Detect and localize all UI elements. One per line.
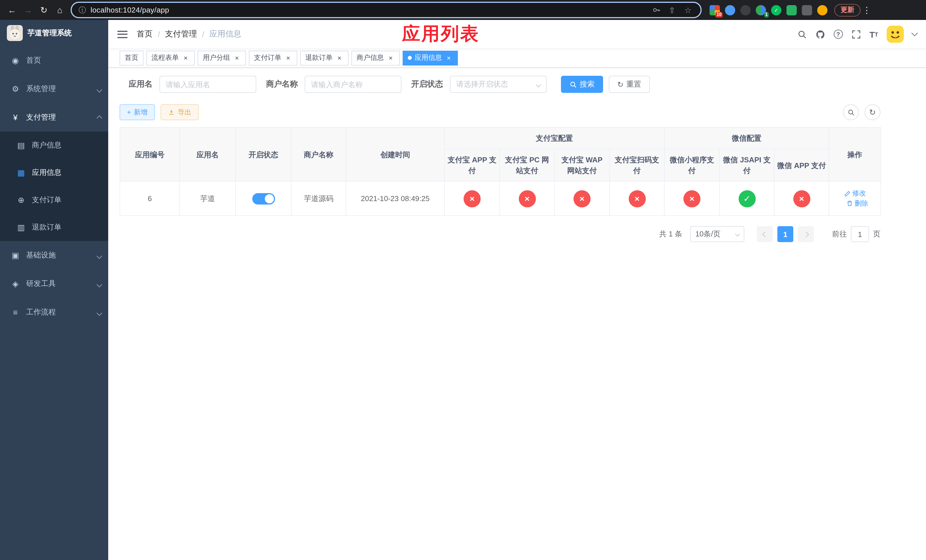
app-name-label: 应用名	[129, 79, 153, 89]
cell-app-name: 芋道	[180, 182, 236, 216]
sidebar-item-refund-order[interactable]: ▥ 退款订单	[0, 213, 108, 241]
extension-check-icon[interactable]: ✓	[771, 5, 781, 15]
extension-dark-icon[interactable]	[740, 5, 750, 15]
breadcrumb: 首页 / 支付管理 / 应用信息	[137, 29, 242, 39]
col-alipay-app: 支付宝 APP 支付	[445, 149, 500, 182]
close-icon[interactable]: ×	[387, 54, 395, 62]
sidebar-item-app-info[interactable]: ▦ 应用信息	[0, 159, 108, 186]
close-icon[interactable]: ×	[182, 54, 190, 62]
table-row: 6 芋道 芋道源码 2021-10-23 08:49:25 × × × × × …	[120, 182, 881, 216]
prev-page-button[interactable]	[757, 226, 773, 242]
close-icon[interactable]: ×	[336, 54, 343, 62]
back-icon[interactable]: ←	[5, 3, 20, 17]
pay-order-icon: ⊕	[16, 195, 26, 204]
top-navbar: 首页 / 支付管理 / 应用信息 应用列表 ?	[108, 20, 926, 48]
sidebar-item-workflow[interactable]: ≡ 工作流程	[0, 298, 108, 327]
toggle-search-icon[interactable]	[843, 104, 859, 120]
bookmark-star-icon[interactable]: ☆	[682, 5, 694, 15]
tools-icon: ◈	[10, 279, 21, 288]
chevron-down-icon	[536, 82, 541, 87]
avatar[interactable]	[887, 26, 904, 43]
sidebar-item-home[interactable]: ◉ 首页	[0, 46, 108, 75]
tab-refund-order[interactable]: 退款订单×	[300, 50, 348, 65]
page-size-select[interactable]: 10条/页	[690, 226, 744, 242]
chevron-down-icon	[97, 85, 101, 93]
site-info-icon[interactable]: ⓘ	[79, 5, 86, 15]
chevron-down-icon	[735, 232, 740, 237]
avatar-caret-icon[interactable]	[911, 30, 918, 36]
status-toggle[interactable]	[252, 193, 275, 204]
tab-process-form[interactable]: 流程表单×	[146, 50, 195, 65]
status-select[interactable]: 请选择开启状态	[450, 76, 547, 93]
reset-button[interactable]: ↻ 重置	[609, 76, 650, 93]
page-content: 应用名 商户名称 开启状态 请选择开启状态 搜索	[120, 76, 881, 242]
search-button[interactable]: 搜索	[561, 76, 603, 93]
reload-icon[interactable]: ↻	[36, 3, 51, 17]
yen-icon: ¥	[10, 113, 21, 122]
goto-page-input[interactable]	[851, 226, 869, 242]
pagination: 共 1 条 10条/页 1 前往 页	[120, 226, 881, 242]
add-button[interactable]: + 新增	[120, 104, 155, 120]
help-icon[interactable]: ?	[834, 30, 843, 39]
app-table: 应用编号 应用名 开启状态 商户名称 创建时间 支付宝配置 微信配置 操作 支付…	[120, 127, 881, 216]
next-page-button[interactable]	[798, 226, 814, 242]
extension-chat-icon[interactable]	[787, 5, 797, 15]
chevron-down-icon	[97, 251, 101, 259]
alipay-app-disabled-icon: ×	[464, 190, 481, 207]
hamburger-icon[interactable]	[117, 30, 127, 38]
breadcrumb-section[interactable]: 支付管理	[165, 29, 197, 39]
app-name-input[interactable]	[159, 76, 256, 93]
sidebar-item-label: 工作流程	[26, 307, 56, 317]
edit-link[interactable]: 修改	[844, 189, 866, 198]
sidebar-item-label: 应用信息	[32, 168, 62, 178]
sidebar-item-merchant-info[interactable]: ▤ 商户信息	[0, 132, 108, 159]
home-icon[interactable]: ⌂	[52, 3, 67, 17]
plus-icon: +	[127, 108, 131, 116]
page-title: 应用列表	[402, 22, 480, 47]
refresh-table-icon[interactable]: ↻	[864, 104, 881, 120]
password-key-icon[interactable]	[651, 6, 662, 14]
filter-form: 应用名 商户名称 开启状态 请选择开启状态 搜索	[120, 76, 881, 93]
tab-pay-order[interactable]: 支付订单×	[249, 50, 297, 65]
workflow-icon: ≡	[10, 308, 21, 317]
close-icon[interactable]: ×	[445, 54, 453, 62]
chrome-menu-icon[interactable]: ⋮	[862, 5, 872, 15]
merchant-name-input[interactable]	[305, 76, 401, 93]
sidebar-item-dev-tools[interactable]: ◈ 研发工具	[0, 269, 108, 298]
sidebar-item-pay-order[interactable]: ⊕ 支付订单	[0, 186, 108, 213]
col-status: 开启状态	[236, 127, 291, 182]
sidebar-item-system[interactable]: ⚙ 系统管理	[0, 75, 108, 103]
extension-drop-icon[interactable]	[725, 5, 735, 15]
delete-link[interactable]: 删除	[846, 198, 868, 208]
close-icon[interactable]: ×	[233, 54, 241, 62]
sidebar-item-infrastructure[interactable]: ▣ 基础设施	[0, 241, 108, 269]
sidebar-item-payment[interactable]: ¥ 支付管理	[0, 103, 108, 132]
tab-app-info[interactable]: 应用信息×	[402, 50, 458, 65]
tab-user-group[interactable]: 用户分组×	[198, 50, 246, 65]
cell-merchant-name: 芋道源码	[291, 182, 346, 216]
close-icon[interactable]: ×	[284, 54, 292, 62]
extension-profile-icon[interactable]: 1	[756, 5, 766, 15]
col-group-alipay: 支付宝配置	[445, 127, 664, 149]
forward-icon[interactable]: →	[21, 3, 35, 17]
chrome-update-button[interactable]: 更新	[834, 4, 861, 16]
share-icon[interactable]: ⇧	[666, 5, 678, 15]
col-group-wechat: 微信配置	[664, 127, 829, 149]
current-page-button[interactable]: 1	[777, 226, 793, 242]
sidebar-menu: ◉ 首页 ⚙ 系统管理 ¥ 支付管理 ▤ 商户信息	[0, 46, 108, 327]
search-icon[interactable]	[797, 29, 807, 39]
alipay-qr-disabled-icon: ×	[628, 190, 646, 207]
breadcrumb-home[interactable]: 首页	[137, 29, 153, 39]
tab-merchant-info[interactable]: 商户信息×	[351, 50, 400, 65]
extension-pin-icon[interactable]	[802, 5, 812, 15]
font-size-icon[interactable]: TT	[869, 29, 878, 39]
fullscreen-icon[interactable]	[851, 29, 861, 39]
github-icon[interactable]	[815, 29, 825, 39]
extension-face-icon[interactable]	[817, 5, 828, 15]
url-text[interactable]: localhost:1024/pay/app	[91, 6, 169, 14]
address-bar[interactable]: ⓘ localhost:1024/pay/app ⇧ ☆	[71, 2, 702, 18]
tab-home[interactable]: 首页	[120, 50, 144, 65]
export-button[interactable]: 导出	[160, 104, 199, 120]
app-logo-row[interactable]: 芋道管理系统	[0, 20, 108, 46]
extension-grid-icon[interactable]: 10	[710, 5, 720, 15]
